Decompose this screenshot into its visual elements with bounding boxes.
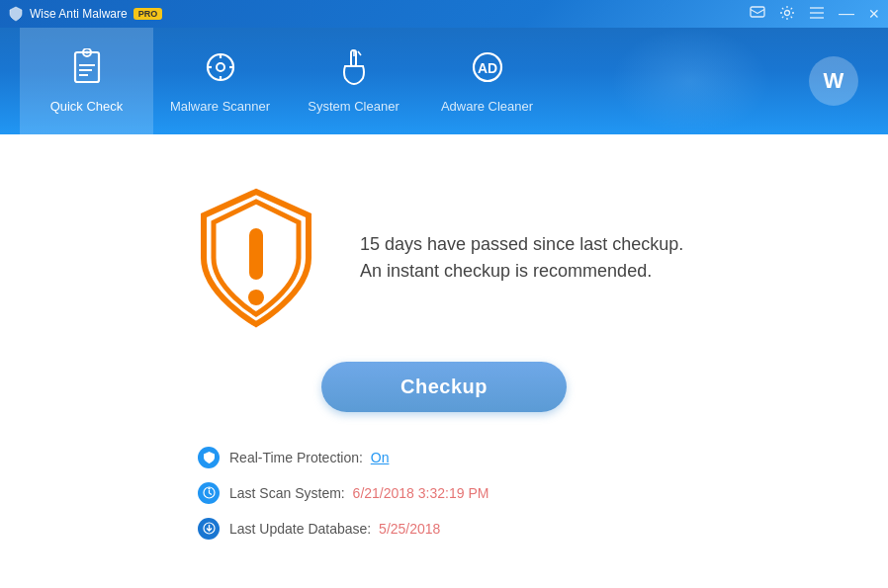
last-scan-label: Last Scan System: 6/21/2018 3:32:19 PM: [229, 485, 488, 501]
last-update-label: Last Update Database: 5/25/2018: [229, 521, 440, 537]
quick-check-icon: [68, 48, 106, 91]
menu-icon[interactable]: [809, 6, 825, 23]
status-section: Real-Time Protection: On Last Scan Syste…: [198, 447, 488, 540]
title-bar-left: Wise Anti Malware PRO: [8, 6, 162, 22]
svg-rect-0: [751, 7, 764, 17]
nav-tabs: Quick Check Malware Scanner: [20, 28, 809, 134]
tab-quick-check[interactable]: Quick Check: [20, 28, 153, 134]
warning-message: 15 days have passed since last checkup. …: [360, 231, 696, 285]
last-scan-item: Last Scan System: 6/21/2018 3:32:19 PM: [198, 482, 488, 504]
shield-warning-icon: [192, 184, 320, 332]
tab-malware-scanner[interactable]: Malware Scanner: [153, 28, 287, 134]
main-content: 15 days have passed since last checkup. …: [0, 134, 888, 588]
svg-text:AD: AD: [477, 60, 496, 76]
tab-malware-scanner-label: Malware Scanner: [170, 99, 270, 114]
real-time-protection-icon: [198, 447, 220, 468]
svg-line-1: [751, 9, 757, 13]
nav-bar: Quick Check Malware Scanner: [0, 28, 888, 134]
settings-icon[interactable]: [779, 5, 795, 24]
svg-point-25: [248, 290, 264, 305]
last-scan-value: 6/21/2018 3:32:19 PM: [353, 485, 489, 501]
close-button[interactable]: ✕: [868, 6, 880, 22]
title-bar-controls: — ✕: [750, 5, 880, 24]
user-avatar[interactable]: W: [809, 56, 858, 106]
svg-line-28: [209, 493, 212, 495]
svg-point-9: [85, 51, 88, 54]
svg-point-14: [217, 63, 224, 71]
tab-adware-cleaner[interactable]: AD Adware Cleaner: [420, 28, 554, 134]
svg-point-3: [785, 10, 790, 15]
checkup-button[interactable]: Checkup: [321, 362, 567, 412]
svg-line-21: [358, 51, 361, 55]
app-logo: [8, 6, 24, 22]
malware-scanner-icon: [202, 48, 239, 91]
last-update-item: Last Update Database: 5/25/2018: [198, 518, 488, 540]
message-icon[interactable]: [750, 6, 765, 23]
app-title: Wise Anti Malware: [30, 7, 128, 21]
real-time-protection-item: Real-Time Protection: On: [198, 447, 488, 468]
real-time-protection-value[interactable]: On: [371, 450, 390, 465]
svg-line-2: [757, 9, 764, 13]
warning-section: 15 days have passed since last checkup. …: [192, 184, 696, 332]
real-time-protection-label: Real-Time Protection: On: [229, 450, 389, 465]
system-cleaner-icon: [335, 48, 373, 91]
title-bar: Wise Anti Malware PRO —: [0, 0, 888, 28]
adware-cleaner-icon: AD: [469, 48, 506, 91]
tab-quick-check-label: Quick Check: [50, 99, 124, 114]
tab-system-cleaner-label: System Cleaner: [308, 99, 399, 114]
pro-badge: PRO: [133, 8, 163, 20]
last-update-icon: [198, 518, 220, 540]
tab-adware-cleaner-label: Adware Cleaner: [441, 99, 533, 114]
svg-rect-24: [249, 228, 263, 280]
last-scan-icon: [198, 482, 220, 504]
tab-system-cleaner[interactable]: System Cleaner: [287, 28, 420, 134]
last-update-value: 5/25/2018: [379, 521, 440, 537]
minimize-button[interactable]: —: [839, 6, 854, 22]
